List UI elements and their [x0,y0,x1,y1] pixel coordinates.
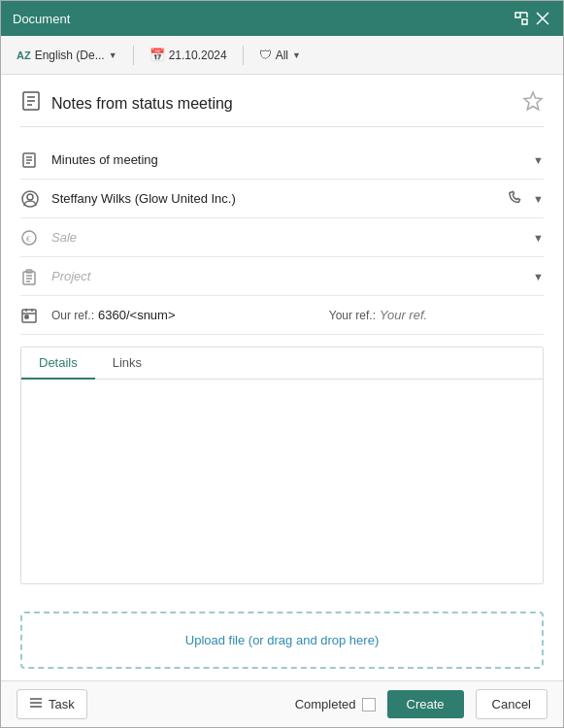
close-icon [536,12,549,25]
expand-button[interactable] [513,10,530,27]
person-circle-icon [20,189,51,209]
svg-rect-1 [522,19,527,24]
completed-group: Completed [295,697,376,711]
footer-right: Completed Create Cancel [295,689,547,719]
tab-details[interactable]: Details [21,347,95,380]
calendar-icon: 📅 [149,48,165,62]
date-selector[interactable]: 📅 21.10.2024 [146,46,231,64]
tab-details-content [21,380,543,583]
ref-calendar-icon [20,307,51,324]
svg-rect-28 [25,315,28,318]
your-ref-label: Your ref.: [329,309,376,322]
contact-content: Steffany Wilks (Glow United Inc.) ▼ [51,190,544,207]
title-row [20,90,544,127]
tabs-header: Details Links [21,347,543,380]
svg-rect-24 [22,310,36,322]
tab-links[interactable]: Links [95,347,159,380]
form-content: Minutes of meeting ▼ Steffany Wilks (Glo… [1,75,563,600]
contact-row: Steffany Wilks (Glow United Inc.) ▼ [20,180,544,218]
toolbar: AZ English (De... ▼ 📅 21.10.2024 🛡 All ▼ [1,36,563,75]
cancel-button[interactable]: Cancel [476,689,547,719]
language-chevron-icon: ▼ [109,50,117,60]
sale-chevron-icon[interactable]: ▼ [533,232,544,244]
title-bar-controls [513,10,551,27]
svg-marker-10 [524,92,542,110]
contact-actions: ▼ [508,190,544,207]
document-type-icon [20,151,51,169]
clipboard-icon [20,268,51,285]
completed-label: Completed [295,697,356,711]
close-button[interactable] [534,10,551,27]
star-button[interactable] [522,90,544,116]
project-content: Project ▼ [51,269,544,283]
footer-left: Task [17,689,87,719]
date-label: 21.10.2024 [169,49,227,62]
shield-selector[interactable]: 🛡 All ▼ [255,46,305,64]
project-placeholder: Project [51,269,90,283]
our-ref-value: 6360/<snum> [98,308,176,322]
your-ref-input[interactable] [380,308,544,322]
upload-area[interactable]: Upload file (or drag and drop here) [20,612,544,669]
footer: Task Completed Create Cancel [1,680,563,727]
language-selector[interactable]: AZ English (De... ▼ [13,47,121,64]
sale-content: Sale ▼ [51,230,544,245]
upload-label: Upload file (or drag and drop here) [185,633,379,647]
expand-icon [514,12,528,25]
toolbar-divider-1 [133,46,134,65]
shield-chevron-icon: ▼ [292,50,301,60]
ref-group: Our ref.: 6360/<snum> Your ref.: [51,308,544,322]
shield-label: All [276,49,288,62]
ref-row: Our ref.: 6360/<snum> Your ref.: [20,296,544,335]
type-value: Minutes of meeting [51,152,158,167]
shield-icon: 🛡 [259,48,272,62]
tabs-area: Details Links [20,347,544,584]
language-az-icon: AZ [17,50,31,61]
svg-text:€: € [26,234,31,244]
type-chevron-icon[interactable]: ▼ [533,154,544,166]
project-chevron-icon[interactable]: ▼ [533,271,544,282]
task-label: Task [49,697,75,711]
contact-chevron-icon[interactable]: ▼ [533,193,544,205]
type-row: Minutes of meeting ▼ [20,141,544,180]
title-bar: Document [1,1,563,36]
hamburger-icon [29,696,43,712]
phone-icon[interactable] [508,190,521,207]
document-dialog: Document AZ English (De... [0,0,564,728]
project-row: Project ▼ [20,257,544,296]
svg-point-16 [27,194,33,200]
create-button[interactable]: Create [387,690,464,718]
document-title-input[interactable] [51,95,513,113]
completed-checkbox[interactable] [362,698,376,711]
svg-rect-0 [515,13,520,17]
language-label: English (De... [35,49,105,62]
sale-row: € Sale ▼ [20,218,544,257]
our-ref-label: Our ref.: [51,309,94,322]
document-lines-icon [20,90,42,116]
sale-placeholder: Sale [51,230,77,245]
contact-value: Steffany Wilks (Glow United Inc.) [51,191,236,206]
task-button[interactable]: Task [17,689,87,719]
euro-circle-icon: € [20,229,51,247]
type-content: Minutes of meeting ▼ [51,152,544,167]
toolbar-divider-2 [243,46,244,65]
dialog-title: Document [13,12,70,26]
